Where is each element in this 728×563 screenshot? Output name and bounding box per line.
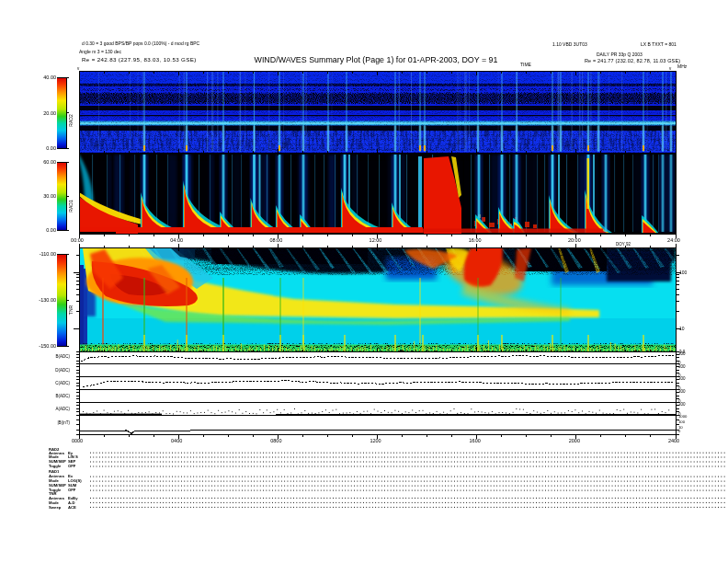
- svg-text:OFF: OFF: [68, 488, 76, 492]
- svg-text:MHz: MHz: [677, 63, 688, 69]
- svg-text:300: 300: [678, 351, 686, 356]
- svg-text:12:00: 12:00: [370, 237, 382, 243]
- svg-text:20.00: 20.00: [43, 110, 56, 116]
- svg-text:DOY 92: DOY 92: [616, 242, 631, 247]
- svg-text:0.00: 0.00: [46, 145, 56, 151]
- svg-text:Re = 242.83 (227.95, 83.03,: Re = 242.83 (227.95, 83.03, 10.53 GSE): [82, 56, 197, 63]
- svg-text:-150.00: -150.00: [39, 343, 56, 349]
- svg-text:0: 0: [678, 429, 681, 433]
- svg-text:-110.00: -110.00: [40, 251, 56, 257]
- svg-text:-130.00: -130.00: [39, 297, 56, 303]
- svg-text:RAD1: RAD1: [68, 200, 74, 213]
- svg-text:A(ADC): A(ADC): [56, 407, 71, 411]
- svg-text:B(ADC): B(ADC): [56, 354, 71, 359]
- svg-text:1200: 1200: [370, 438, 381, 443]
- svg-text:0000: 0000: [72, 438, 83, 443]
- svg-text:100: 100: [678, 419, 686, 424]
- svg-text:04:00: 04:00: [170, 237, 183, 243]
- svg-text:D(ADC): D(ADC): [55, 368, 70, 373]
- svg-text:1600: 1600: [470, 438, 481, 443]
- svg-text:TNR: TNR: [68, 304, 74, 315]
- svg-text:16:00: 16:00: [469, 237, 482, 243]
- svg-text:1.10 VBD 3UT03: 1.10 VBD 3UT03: [552, 41, 587, 47]
- svg-text:Angle m 3 = 130 dec: Angle m 3 = 130 dec: [79, 49, 122, 54]
- svg-text:2000: 2000: [569, 438, 580, 443]
- svg-text:v: v: [77, 66, 80, 71]
- svg-text:LX B TXXT = 801: LX B TXXT = 801: [641, 41, 677, 47]
- svg-text:00:00: 00:00: [71, 237, 84, 243]
- svg-text:TIME: TIME: [520, 62, 532, 67]
- svg-text:WIND/WAVES Summary Plot (Page: WIND/WAVES Summary Plot (Page 1) for 01-…: [255, 55, 498, 64]
- svg-text:Toggle: Toggle: [49, 464, 62, 468]
- svg-text:1000: 1000: [678, 414, 688, 419]
- svg-text:60.00: 60.00: [43, 159, 56, 165]
- svg-text:d 0.30 = 3 good BPS/BP pops 0.: d 0.30 = 3 good BPS/BP pops 0.0 (100%) -…: [82, 40, 200, 46]
- svg-text:100: 100: [679, 270, 688, 275]
- svg-text:10: 10: [679, 326, 685, 331]
- svg-text:|B|(nT): |B|(nT): [57, 420, 70, 425]
- svg-text:2400: 2400: [668, 438, 679, 443]
- svg-text:0400: 0400: [171, 438, 182, 443]
- svg-text:C(ADC): C(ADC): [55, 381, 70, 385]
- svg-text:DAILY PR 33p Q 2003: DAILY PR 33p Q 2003: [597, 52, 643, 57]
- svg-text:300: 300: [678, 402, 686, 407]
- svg-text:40.00: 40.00: [43, 75, 56, 80]
- svg-text:ACE: ACE: [68, 505, 76, 510]
- svg-text:Re = 241.77 (232.02, 82.78,: Re = 241.77 (232.02, 82.78, 11.03 GSE): [585, 58, 680, 63]
- svg-text:OFF: OFF: [68, 464, 76, 468]
- svg-text:300: 300: [678, 389, 686, 394]
- svg-text:300: 300: [678, 376, 686, 381]
- svg-text:24:00: 24:00: [667, 237, 680, 243]
- svg-text:20:00: 20:00: [568, 237, 581, 243]
- svg-text:v: v: [669, 66, 672, 71]
- svg-text:Sweep: Sweep: [49, 505, 62, 510]
- svg-text:0.00: 0.00: [46, 227, 56, 233]
- svg-text:300: 300: [678, 364, 686, 369]
- svg-text:B(ADC): B(ADC): [56, 394, 71, 398]
- svg-text:RAD2: RAD2: [68, 114, 74, 127]
- svg-text:08:00: 08:00: [269, 237, 282, 243]
- svg-text:0800: 0800: [270, 438, 281, 443]
- svg-text:30.00: 30.00: [43, 193, 56, 199]
